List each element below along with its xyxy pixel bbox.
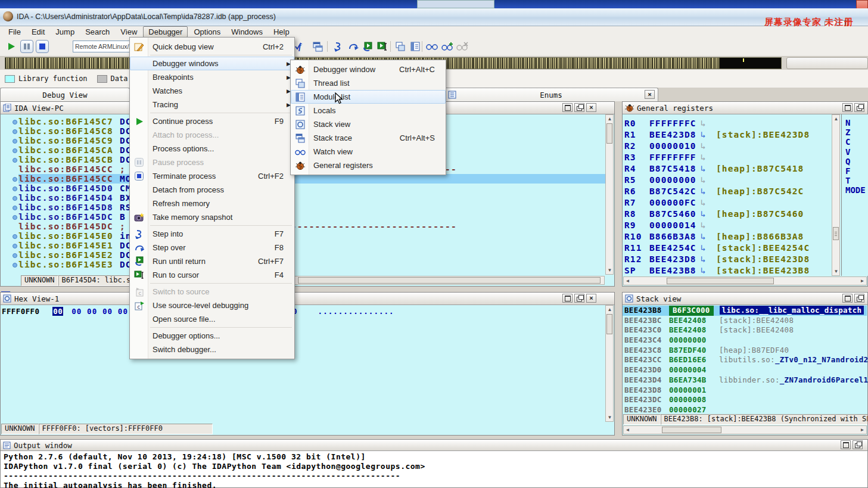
float-panel-button[interactable] <box>854 294 864 303</box>
registers-hscroll-thumb[interactable] <box>667 278 774 284</box>
registers-vscrollbar[interactable]: ▲ ▼ <box>832 114 840 276</box>
enums-close-button[interactable]: × <box>645 90 655 99</box>
menu-item-detach-from-process[interactable]: Detach from process <box>130 183 294 197</box>
flag-row[interactable]: V <box>842 147 868 157</box>
submenu-item-stack-trace[interactable]: Stack traceCtrl+Alt+S <box>291 131 446 145</box>
scroll-up-icon[interactable]: ▲ <box>606 115 614 123</box>
step-over-button[interactable] <box>347 40 360 53</box>
disasm-line[interactable]: libc.so:B6F145E1DCB 0 <box>18 241 606 250</box>
submenu-item-stack-view[interactable]: Stack view <box>291 117 446 131</box>
register-row[interactable]: SPBEE423B8↳[stack]:BEE423B8 <box>624 265 810 276</box>
scroll-up-icon[interactable]: ▲ <box>832 115 840 123</box>
menu-item-refresh-memory[interactable]: Refresh memory <box>130 197 294 210</box>
menu-jump[interactable]: Jump <box>51 27 79 37</box>
stack-row[interactable]: BEE423D800000001 <box>623 386 867 396</box>
stack-row[interactable]: BEE423C400000000 <box>623 335 867 346</box>
menu-item-step-over[interactable]: Step overF8 <box>130 241 294 254</box>
submenu-item-thread-list[interactable]: Thread list <box>291 76 446 90</box>
float-panel-button[interactable] <box>854 103 864 112</box>
menu-item-open-source-file[interactable]: Open source file... <box>130 312 294 326</box>
register-row[interactable]: R11BEE4254C↳[stack]:BEE4254C <box>624 243 810 254</box>
flag-row[interactable]: Q <box>842 157 868 166</box>
menu-item-use-source-level-debugging[interactable]: c Use source-level debugging <box>130 299 294 312</box>
disasm-line[interactable]: libc.so:B6F145D4BXLS <box>18 193 606 203</box>
flag-row[interactable]: C <box>842 137 868 147</box>
stack-row[interactable]: BEE423CCB6ED16E6libutils.so:_ZTv0_n12_N7… <box>623 355 867 365</box>
watch-view-button[interactable] <box>425 40 438 53</box>
disasm-hscrollbar[interactable] <box>246 276 605 285</box>
flag-row[interactable]: MODE <box>842 185 868 195</box>
terminate-process-button[interactable] <box>36 40 49 53</box>
register-row[interactable]: R900000014↳ <box>624 220 810 231</box>
float-panel-button[interactable] <box>574 294 584 303</box>
register-row[interactable]: R7000000FC↳ <box>624 197 810 209</box>
delete-watch-button[interactable] <box>456 40 469 53</box>
disasm-current-line[interactable]: libc.so:B6F145CCMOV <box>18 174 606 184</box>
menu-item-watches[interactable]: Watches▶ <box>130 84 294 98</box>
menu-item-switch-debugger[interactable]: Switch debugger... <box>130 343 294 356</box>
stack-row[interactable]: BEE423D4B6EA734Blibbinder.so:_ZN7android… <box>623 375 867 386</box>
hex-vscroll-thumb[interactable] <box>606 314 612 334</box>
scroll-down-icon[interactable]: ▼ <box>832 268 840 275</box>
registers-vscroll-thumb[interactable] <box>833 227 839 240</box>
add-watch-button[interactable] <box>441 40 454 53</box>
disasm-line[interactable]: libc.so:B6F145D8RSB <box>18 203 606 212</box>
flag-row[interactable]: T <box>842 176 868 185</box>
module-list-button[interactable] <box>409 40 422 53</box>
menu-item-take-memory-snapshot[interactable]: Take memory snapshot <box>130 210 294 224</box>
stack-trace-button[interactable] <box>311 40 324 53</box>
scroll-right-icon[interactable]: ► <box>858 426 866 434</box>
register-row[interactable]: R8B87C5460↳[heap]:B87C5460 <box>624 209 810 220</box>
submenu-item-module-list[interactable]: Module list <box>291 90 446 104</box>
register-row[interactable]: R200000010↳ <box>624 141 810 152</box>
maximize-panel-button[interactable] <box>842 294 853 303</box>
register-row[interactable]: R0FFFFFFFC↳ <box>624 118 810 129</box>
menu-search[interactable]: Search <box>80 27 114 37</box>
scroll-left-icon[interactable]: ◄ <box>624 277 631 285</box>
menu-file[interactable]: File <box>4 27 26 37</box>
menu-item-switch-to-source[interactable]: c Switch to source <box>130 285 294 299</box>
register-row[interactable]: R4B87C5418↳[heap]:B87C5418 <box>624 163 810 175</box>
disasm-line[interactable]: libc.so:B6F145D0CMN <box>18 184 606 193</box>
menu-item-step-into[interactable]: Step intoF7 <box>130 227 294 241</box>
stack-row[interactable]: BEE423D000000004 <box>623 365 867 375</box>
scroll-down-icon[interactable]: ▼ <box>606 266 614 274</box>
output-log[interactable]: Python 2.7.6 (default, Nov 10 2013, 19:2… <box>4 452 425 488</box>
step-into-button[interactable] <box>332 40 345 53</box>
disasm-line[interactable]: libc.so:B6F145E3DCB 0 <box>18 260 606 269</box>
disasm-line[interactable]: libc.so:B6F145DCB <box>18 212 606 222</box>
menu-item-tracing[interactable]: Tracing▶ <box>130 98 294 111</box>
submenu-item-debugger-window[interactable]: Debugger windowCtrl+Alt+C <box>291 63 446 76</box>
menu-item-quick-debug-view[interactable]: Quick debug viewCtrl+2 <box>130 40 294 54</box>
submenu-item-general-registers[interactable]: General registers <box>291 158 446 172</box>
disasm-vscroll-thumb[interactable] <box>606 123 612 144</box>
stack-hscrollbar[interactable]: ◄ ► <box>623 425 867 434</box>
menu-item-continue-process[interactable]: Continue processF9 <box>130 114 294 128</box>
menu-view[interactable]: View <box>116 27 142 37</box>
run-until-return-button[interactable] <box>361 40 374 53</box>
tab-enums[interactable]: Enums × <box>444 88 658 101</box>
registers-hscrollbar[interactable]: ◄ ► <box>623 276 867 285</box>
menu-item-process-options[interactable]: Process options... <box>130 142 294 156</box>
disasm-hscroll-thumb[interactable] <box>298 277 601 284</box>
close-panel-button[interactable]: × <box>586 103 596 112</box>
stack-row[interactable]: BEE423BCBEE42408[stack]:BEE42408 <box>623 316 867 326</box>
menu-item-pause-process[interactable]: Pause process <box>130 156 294 169</box>
disasm-comment-line[interactable]: libc.so:B6F145DC; ----------------------… <box>18 222 606 231</box>
maximize-panel-button[interactable] <box>841 440 851 449</box>
menu-item-debugger-windows[interactable]: Debugger windows▶ <box>130 57 294 70</box>
menu-windows[interactable]: Windows <box>226 27 267 37</box>
menu-item-run-to-cursor[interactable]: Run to cursorF4 <box>130 268 294 282</box>
disasm-line[interactable]: libc.so:B6F145E0inoti <box>18 231 606 241</box>
thread-list-button[interactable] <box>394 40 407 53</box>
tab-debug-view[interactable]: Debug View <box>0 88 130 101</box>
run-to-cursor-button[interactable] <box>375 40 388 53</box>
register-row[interactable]: R10B866B3A8↳[heap]:B866B3A8 <box>624 231 810 243</box>
submenu-item-locals[interactable]: Locals <box>291 104 446 117</box>
float-panel-button[interactable] <box>853 440 863 449</box>
stack-row[interactable]: BEE423C0BEE42408[stack]:BEE42408 <box>623 325 867 335</box>
scroll-left-icon[interactable]: ◄ <box>624 426 631 434</box>
scroll-down-icon[interactable]: ▼ <box>606 414 614 421</box>
maximize-panel-button[interactable] <box>562 294 573 303</box>
float-panel-button[interactable] <box>574 103 584 112</box>
